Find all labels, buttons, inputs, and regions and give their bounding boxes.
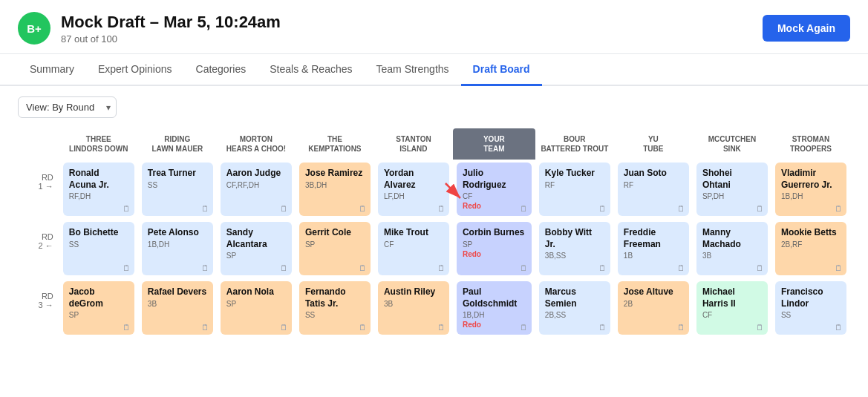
cell-r3-c7: Marcus Semien2B,SS🗒 <box>535 278 614 338</box>
player-position: 1B <box>624 252 683 260</box>
player-name: Jacob deGrom <box>69 286 128 309</box>
cell-r1-c2: Trea TurnerSS🗒 <box>138 160 217 219</box>
col-header-three-lindors-down: THREELINDORS DOWN <box>59 128 138 160</box>
player-card-bobby-witt-jr: Bobby Witt Jr.3B,SS🗒 <box>539 222 610 275</box>
mock-again-button[interactable]: Mock Again <box>763 15 850 42</box>
player-position: 1B,DH <box>148 240 207 249</box>
note-icon[interactable]: 🗒 <box>677 204 685 213</box>
note-icon[interactable]: 🗒 <box>359 323 367 332</box>
note-icon[interactable]: 🗒 <box>835 263 843 272</box>
cell-r1-c3: Aaron JudgeCF,RF,DH🗒 <box>217 160 296 219</box>
player-position: RF <box>545 181 604 189</box>
col-header-stroman-troopers: STROMANTROOPERS <box>771 128 850 160</box>
nav-item-draft-board[interactable]: Draft Board <box>461 54 542 86</box>
cell-r3-c2: Rafael Devers3B🗒 <box>138 278 217 338</box>
note-icon[interactable]: 🗒 <box>756 204 764 213</box>
round-label-3: RD3 → <box>18 278 59 338</box>
note-icon[interactable]: 🗒 <box>359 204 367 213</box>
note-icon[interactable]: 🗒 <box>677 263 685 272</box>
grade-badge: B+ <box>18 12 50 45</box>
player-position: RF,DH <box>69 192 128 200</box>
note-icon[interactable]: 🗒 <box>598 204 607 213</box>
header-left: B+ Mock Draft – Mar 5, 10:24am 87 out of… <box>18 12 281 45</box>
note-icon[interactable]: 🗒 <box>123 263 131 272</box>
note-icon[interactable]: 🗒 <box>598 263 607 272</box>
player-position: LF,DH <box>384 192 443 200</box>
round-label-2: RD2 ← <box>18 219 59 278</box>
nav-item-steals--reaches[interactable]: Steals & Reaches <box>258 54 364 86</box>
note-icon[interactable]: 🗒 <box>280 263 288 272</box>
title-block: Mock Draft – Mar 5, 10:24am 87 out of 10… <box>61 13 281 45</box>
cell-r2-c2: Pete Alonso1B,DH🗒 <box>138 219 217 278</box>
note-icon[interactable]: 🗒 <box>280 323 288 332</box>
player-card-corbin-burnes: Corbin BurnesSPRedo🗒 <box>457 222 532 275</box>
player-name: Juan Soto <box>624 168 683 180</box>
cell-r1-c5: Yordan AlvarezLF,DH🗒 <box>374 160 453 219</box>
note-icon[interactable]: 🗒 <box>520 204 528 213</box>
toolbar: View: By Round <box>0 86 868 128</box>
redo-badge[interactable]: Redo <box>463 202 526 210</box>
player-position: RF <box>624 181 683 189</box>
player-card-freddie-freeman: Freddie Freeman1B🗒 <box>618 222 689 275</box>
cell-r2-c6: Corbin BurnesSPRedo🗒 <box>453 219 535 278</box>
player-card-marcus-semien: Marcus Semien2B,SS🗒 <box>539 281 610 335</box>
cell-r3-c9: Michael Harris IICF🗒 <box>693 278 771 338</box>
nav-item-summary[interactable]: Summary <box>18 54 86 86</box>
redo-badge[interactable]: Redo <box>463 321 526 329</box>
cell-r3-c1: Jacob deGromSP🗒 <box>59 278 138 338</box>
cell-r2-c8: Freddie Freeman1B🗒 <box>614 219 693 278</box>
note-icon[interactable]: 🗒 <box>437 323 446 332</box>
player-name: Michael Harris II <box>702 286 762 309</box>
note-icon[interactable]: 🗒 <box>201 204 209 213</box>
player-card-francisco-lindor: Francisco LindorSS🗒 <box>775 281 846 335</box>
player-card-juan-soto: Juan SotoRF🗒 <box>618 163 689 216</box>
redo-badge[interactable]: Redo <box>463 250 526 258</box>
note-icon[interactable]: 🗒 <box>201 323 209 332</box>
note-icon[interactable]: 🗒 <box>756 323 764 332</box>
note-icon[interactable]: 🗒 <box>835 204 843 213</box>
player-position: 3B,DH <box>305 181 365 189</box>
player-name: Aaron Judge <box>226 168 286 180</box>
player-name: Freddie Freeman <box>624 227 683 250</box>
player-name: Francisco Lindor <box>781 286 841 309</box>
col-header-the-kemptations: THEKEMPTATIONS <box>296 128 374 160</box>
note-icon[interactable]: 🗒 <box>123 323 131 332</box>
player-name: Mike Trout <box>384 227 443 239</box>
player-position: 2B,RF <box>781 240 841 249</box>
player-position: SP <box>226 300 286 308</box>
note-icon[interactable]: 🗒 <box>437 204 446 213</box>
player-card-manny-machado: Manny Machado3B🗒 <box>696 222 768 275</box>
player-name: Trea Turner <box>148 168 207 180</box>
note-icon[interactable]: 🗒 <box>437 263 446 272</box>
note-icon[interactable]: 🗒 <box>598 323 607 332</box>
player-card-fernando-tatis-jr: Fernando Tatis Jr.SS🗒 <box>299 281 371 335</box>
cell-r3-c10: Francisco LindorSS🗒 <box>771 278 850 338</box>
player-card-shohei-ohtani: Shohei OhtaniSP,DH🗒 <box>696 163 768 216</box>
note-icon[interactable]: 🗒 <box>280 204 288 213</box>
note-icon[interactable]: 🗒 <box>359 263 367 272</box>
note-icon[interactable]: 🗒 <box>520 323 528 332</box>
player-name: Bo Bichette <box>69 227 128 239</box>
note-icon[interactable]: 🗒 <box>520 263 528 272</box>
note-icon[interactable]: 🗒 <box>677 323 685 332</box>
cell-r2-c10: Mookie Betts2B,RF🗒 <box>771 219 850 278</box>
player-position: CF <box>702 311 762 319</box>
player-name: Paul Goldschmidt <box>463 286 526 309</box>
nav-item-categories[interactable]: Categories <box>184 54 258 86</box>
note-icon[interactable]: 🗒 <box>756 263 764 272</box>
note-icon[interactable]: 🗒 <box>835 323 843 332</box>
player-position: 2B <box>624 300 683 308</box>
cell-r1-c8: Juan SotoRF🗒 <box>614 160 693 219</box>
note-icon[interactable]: 🗒 <box>123 204 131 213</box>
player-name: Pete Alonso <box>148 227 207 239</box>
nav-item-expert-opinions[interactable]: Expert Opinions <box>86 54 184 86</box>
player-card-vladimir-guerrero-jr: Vladimir Guerrero Jr.1B,DH🗒 <box>775 163 846 216</box>
player-position: 1B,DH <box>463 311 526 319</box>
view-select[interactable]: View: By Round <box>18 96 117 118</box>
player-position: CF <box>384 240 443 249</box>
col-header-riding-lawn-mauer: RIDINGLAWN MAUER <box>138 128 217 160</box>
player-card-austin-riley: Austin Riley3B🗒 <box>378 281 449 335</box>
player-name: Rafael Devers <box>148 286 207 298</box>
note-icon[interactable]: 🗒 <box>201 263 209 272</box>
nav-item-team-strengths[interactable]: Team Strengths <box>365 54 461 86</box>
